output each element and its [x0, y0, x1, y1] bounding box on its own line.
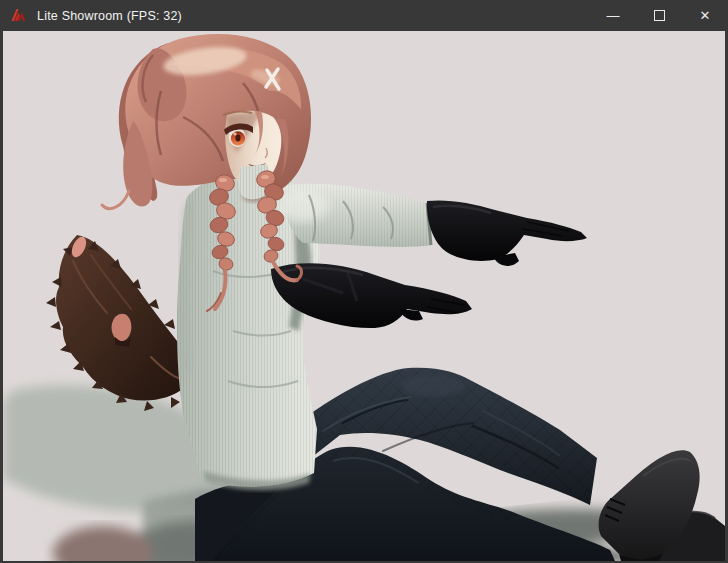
minimize-button[interactable]: —	[590, 0, 636, 31]
titlebar[interactable]: Lite Showroom (FPS: 32) — ✕	[0, 0, 728, 31]
maximize-icon	[654, 10, 665, 21]
window-title: Lite Showroom (FPS: 32)	[37, 9, 182, 23]
tail-tip-shadow	[53, 526, 153, 561]
window-controls: — ✕	[590, 0, 728, 31]
tail	[46, 234, 193, 411]
render-canvas[interactable]	[3, 31, 725, 561]
extended-arm	[277, 184, 587, 266]
maximize-button[interactable]	[636, 0, 682, 31]
head	[102, 34, 311, 209]
app-window: Lite Showroom (FPS: 32) — ✕	[0, 0, 728, 563]
render-viewport[interactable]	[3, 31, 725, 561]
minimize-icon: —	[607, 8, 620, 23]
close-icon: ✕	[700, 8, 711, 23]
upper-glove	[427, 200, 587, 260]
app-logo-icon[interactable]	[9, 7, 27, 25]
close-button[interactable]: ✕	[682, 0, 728, 31]
